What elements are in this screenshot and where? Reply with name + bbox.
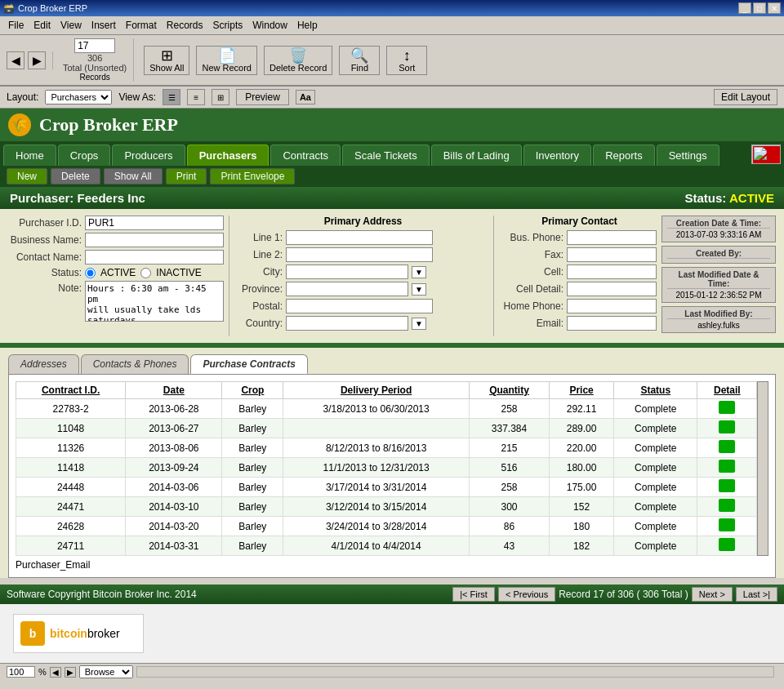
detail-btn[interactable]: [719, 460, 735, 473]
postal-input[interactable]: T0L 0L0: [286, 299, 433, 313]
tab-contracts[interactable]: Contracts: [270, 144, 341, 166]
delete-record-btn[interactable]: 🗑️ Delete Record: [264, 46, 332, 75]
tab-home[interactable]: Home: [3, 144, 56, 166]
print-envelope-action-btn[interactable]: Print Envelope: [210, 168, 295, 184]
note-textarea[interactable]: Hours : 6:30 am - 3:45 pm will usually t…: [85, 281, 224, 322]
first-btn[interactable]: |< First: [452, 587, 495, 602]
tab-contacts-phones[interactable]: Contacts & Phones: [81, 354, 189, 374]
line1-input[interactable]: 564 Moncton Ave: [286, 230, 433, 245]
home-phone-input[interactable]: [567, 299, 657, 313]
country-input[interactable]: [286, 316, 408, 331]
view-form-btn[interactable]: ☰: [163, 89, 180, 105]
province-input[interactable]: A.B.: [286, 282, 408, 296]
new-action-btn[interactable]: New: [7, 168, 47, 184]
close-btn[interactable]: ✕: [768, 2, 781, 14]
zoom-input[interactable]: [7, 666, 35, 678]
edit-layout-btn[interactable]: Edit Layout: [714, 89, 777, 105]
cell-contract-id: 24711: [16, 536, 126, 556]
tab-scale-tickets[interactable]: Scale Tickets: [342, 144, 430, 166]
purchaser-id-input[interactable]: PUR1: [85, 216, 224, 230]
detail-btn[interactable]: [719, 538, 735, 551]
province-dropdown-btn[interactable]: ▼: [412, 283, 426, 296]
tab-addresses[interactable]: Addresses: [8, 354, 79, 374]
menu-edit[interactable]: Edit: [29, 18, 56, 33]
next-btn[interactable]: Next >: [692, 587, 733, 602]
tab-reports[interactable]: Reports: [593, 144, 655, 166]
tab-bills-of-lading[interactable]: Bills of Lading: [431, 144, 522, 166]
table-row: 24448 2014-03-06 Barley 3/17/2014 to 3/3…: [16, 478, 757, 497]
detail-btn[interactable]: [719, 479, 735, 492]
minimize-btn[interactable]: _: [738, 2, 751, 14]
app-logo: 🌾: [8, 113, 31, 136]
cell-contract-id: 22783-2: [16, 399, 126, 419]
print-action-btn[interactable]: Print: [166, 168, 207, 184]
menu-insert[interactable]: Insert: [87, 18, 121, 33]
zoom-increase-btn[interactable]: ▶: [65, 667, 76, 678]
zoom-decrease-btn[interactable]: ◀: [50, 667, 61, 678]
cell-delivery: 3/18/2013 to 06/30/2013: [283, 399, 470, 419]
fax-input[interactable]: 403-684-7151: [567, 247, 657, 262]
sort-btn[interactable]: ↕️ Sort: [386, 46, 427, 75]
detail-btn[interactable]: [719, 401, 735, 414]
menu-help[interactable]: Help: [292, 18, 323, 33]
prev-btn[interactable]: < Previous: [498, 587, 555, 602]
tab-purchasers[interactable]: Purchasers: [187, 144, 270, 166]
pagination-nav: |< First < Previous Record 17 of 306 ( 3…: [452, 587, 777, 602]
tab-producers[interactable]: Producers: [112, 144, 185, 166]
country-dropdown-btn[interactable]: ▼: [412, 318, 426, 330]
bus-phone-input[interactable]: 403-371-5754: [567, 230, 657, 245]
menu-file[interactable]: File: [3, 18, 29, 33]
delete-action-btn[interactable]: Delete: [51, 168, 100, 184]
preview-btn[interactable]: Preview: [236, 89, 289, 105]
show-all-action-btn[interactable]: Show All: [104, 168, 163, 184]
cell-date: 2014-03-06: [126, 478, 222, 497]
tab-purchase-contracts[interactable]: Purchase Contracts: [190, 354, 307, 374]
find-btn[interactable]: 🔍 Find: [339, 46, 380, 75]
show-all-btn[interactable]: ⊞ Show All: [144, 46, 189, 75]
maximize-btn[interactable]: □: [753, 2, 766, 14]
detail-btn[interactable]: [719, 499, 735, 512]
mode-select[interactable]: Browse Find Preview: [79, 665, 133, 678]
cell-detail: [697, 438, 757, 458]
tab-crops[interactable]: Crops: [58, 144, 111, 166]
detail-btn[interactable]: [719, 420, 735, 433]
detail-btn[interactable]: [719, 440, 735, 453]
line2-input[interactable]: [286, 247, 433, 262]
cell-detail-input[interactable]: [567, 282, 657, 296]
tab-settings[interactable]: Settings: [657, 144, 719, 166]
status-inactive-radio[interactable]: [140, 268, 151, 278]
view-list-btn[interactable]: ≡: [187, 89, 205, 105]
purchaser-id-label: Purchaser I.D.: [8, 217, 82, 229]
cell-input[interactable]: 403-684-4457: [567, 264, 657, 279]
tab-inventory[interactable]: Inventory: [523, 144, 591, 166]
contact-name-input[interactable]: Mark Crampton: [85, 250, 224, 264]
status-inactive-label: INACTIVE: [156, 267, 201, 278]
menu-window[interactable]: Window: [247, 18, 292, 33]
cell-quantity: 258: [469, 399, 549, 419]
scrollbar-right[interactable]: [136, 666, 774, 678]
layout-select[interactable]: Purchasers: [45, 90, 112, 104]
province-label: Province:: [238, 283, 283, 295]
detail-btn[interactable]: [719, 518, 735, 531]
city-dropdown-btn[interactable]: ▼: [412, 266, 426, 278]
aa-btn[interactable]: Aa: [296, 90, 315, 104]
postal-label: Postal:: [238, 300, 283, 312]
menu-format[interactable]: Format: [121, 18, 162, 33]
back-btn[interactable]: ◀: [7, 51, 24, 69]
email-input[interactable]: [567, 316, 657, 331]
menu-records[interactable]: Records: [162, 18, 208, 33]
forward-btn[interactable]: ▶: [28, 51, 46, 69]
cell-crop: Barley: [222, 419, 283, 438]
view-table-btn[interactable]: ⊞: [212, 89, 229, 105]
status-active-radio[interactable]: [85, 268, 96, 278]
last-btn[interactable]: Last >|: [736, 587, 777, 602]
business-name-input[interactable]: Feeders Inc: [85, 233, 224, 247]
cell-status: Complete: [614, 438, 697, 458]
city-input[interactable]: Blackhill: [286, 264, 408, 279]
table-scrollbar[interactable]: [757, 381, 768, 556]
menu-view[interactable]: View: [56, 18, 87, 33]
copyright-text: Software Copyright Bitcoin Broker Inc. 2…: [7, 589, 197, 600]
new-record-btn[interactable]: 📄 New Record: [196, 46, 257, 75]
record-number-input[interactable]: 17: [74, 38, 115, 53]
menu-scripts[interactable]: Scripts: [208, 18, 248, 33]
